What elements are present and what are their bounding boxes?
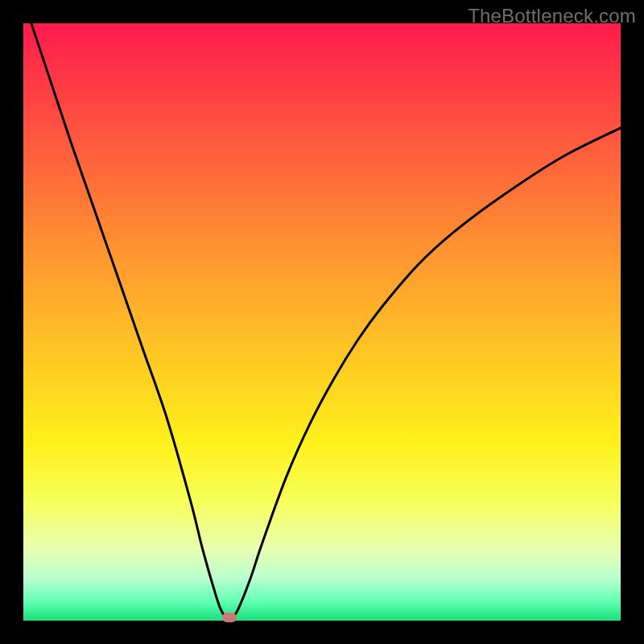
watermark-text: TheBottleneck.com bbox=[468, 5, 636, 27]
chart-frame: TheBottleneck.com bbox=[0, 0, 644, 644]
plot-area bbox=[23, 23, 621, 621]
minimum-marker bbox=[222, 613, 237, 622]
curve-overlay bbox=[23, 23, 621, 621]
bottleneck-curve bbox=[23, 23, 621, 619]
